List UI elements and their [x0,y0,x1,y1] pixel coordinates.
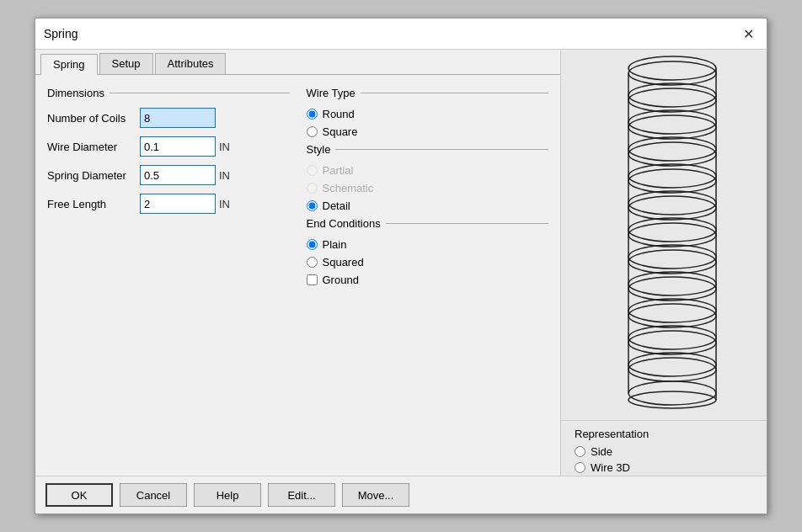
dimensions-header: Dimensions [47,87,290,99]
tab-attributes[interactable]: Attributes [155,53,227,74]
representation-section: Representation Side Wire 3D Solid [561,420,767,476]
title-bar: Spring ✕ [35,19,767,50]
help-button[interactable]: Help [194,483,261,507]
style-schematic-label: Schematic [323,182,374,194]
wire-type-label: Wire Type [307,87,356,99]
style-partial-radio[interactable] [307,165,318,176]
svg-point-2 [628,88,716,112]
wire-type-square-label: Square [323,125,358,138]
ground-checkbox[interactable] [307,274,318,285]
wire-type-round-radio[interactable] [307,109,318,120]
wire-diameter-unit: IN [219,141,230,153]
svg-point-17 [628,272,716,295]
svg-point-10 [628,196,716,220]
svg-point-21 [628,326,716,349]
svg-point-12 [628,223,716,247]
svg-point-14 [628,250,716,274]
spring-diameter-unit: IN [219,169,230,182]
rep-wire3d-row: Wire 3D [575,461,753,474]
left-panel: Spring Setup Attributes Dimensions Numbe… [35,50,560,476]
end-conditions-group: Plain Squared Ground [307,238,549,286]
svg-point-24 [628,381,716,405]
end-conditions-line [386,223,548,224]
svg-point-4 [628,115,716,139]
bottom-bar: OK Cancel Help Edit... Move... [35,476,767,513]
svg-point-25 [628,391,716,408]
svg-point-9 [628,164,716,188]
dimensions-section: Dimensions Number of Coils Wire Diameter… [47,83,290,467]
svg-point-18 [628,304,716,327]
close-button[interactable]: ✕ [738,24,758,44]
wire-type-square-radio[interactable] [307,126,318,137]
tab-setup[interactable]: Setup [99,53,153,74]
edit-button[interactable]: Edit... [268,483,335,507]
wire-diameter-label: Wire Diameter [47,141,140,153]
form-area: Dimensions Number of Coils Wire Diameter… [35,75,560,476]
wire-type-line [361,93,548,93]
end-conditions-label: End Conditions [307,217,381,230]
free-length-row: Free Length IN [47,194,290,214]
style-group: Partial Schematic Detail [307,164,549,212]
style-partial-row: Partial [307,164,549,177]
svg-point-3 [628,83,716,107]
style-schematic-radio[interactable] [307,183,318,194]
rep-side-row: Side [575,445,753,458]
style-partial-label: Partial [323,164,354,177]
svg-point-20 [628,331,716,354]
svg-point-0 [628,61,716,85]
representation-title: Representation [575,428,753,440]
svg-point-11 [628,191,716,215]
dialog-content: Spring Setup Attributes Dimensions Numbe… [35,50,767,476]
wire-type-round-row: Round [307,108,549,120]
wire-type-header: Wire Type [307,87,549,99]
rep-wire3d-label: Wire 3D [591,461,630,474]
tab-spring[interactable]: Spring [40,54,98,75]
coils-label: Number of Coils [47,112,140,125]
end-squared-radio[interactable] [307,257,318,268]
coils-input[interactable] [140,108,216,128]
svg-point-6 [628,142,716,166]
svg-point-8 [628,169,716,193]
rep-side-radio[interactable] [575,446,585,457]
wire-diameter-row: Wire Diameter IN [47,136,290,157]
style-label: Style [307,143,331,156]
ok-button[interactable]: OK [45,483,113,507]
svg-point-13 [628,218,716,242]
wire-diameter-input[interactable] [140,136,216,157]
spring-canvas [561,50,767,420]
svg-point-19 [628,299,716,322]
style-schematic-row: Schematic [307,182,549,194]
svg-point-7 [628,137,716,161]
free-length-input[interactable] [140,194,216,214]
end-conditions-header: End Conditions [307,217,549,230]
svg-point-22 [628,358,716,381]
end-plain-row: Plain [307,238,549,251]
style-detail-radio[interactable] [307,200,318,211]
spring-diameter-row: Spring Diameter IN [47,165,290,185]
spring-diameter-input[interactable] [140,165,216,185]
svg-point-1 [628,56,716,80]
style-detail-row: Detail [307,200,549,212]
spring-diameter-label: Spring Diameter [47,169,140,182]
wire-type-square-row: Square [307,125,549,138]
svg-point-16 [628,277,716,301]
tab-bar: Spring Setup Attributes [35,50,560,75]
svg-point-23 [628,353,716,376]
wire-type-round-label: Round [323,108,355,120]
style-header: Style [307,143,549,156]
wire-type-group: Round Square [307,108,549,138]
svg-point-15 [628,245,716,269]
dimensions-label: Dimensions [47,87,104,99]
dimensions-line [110,93,290,93]
spring-svg [596,50,731,420]
end-plain-radio[interactable] [307,239,318,250]
free-length-unit: IN [219,198,230,210]
cancel-button[interactable]: Cancel [120,483,187,507]
right-preview: Representation Side Wire 3D Solid [560,50,767,476]
style-line [335,149,548,150]
right-form: Wire Type Round Square [307,83,549,467]
free-length-label: Free Length [47,198,140,210]
move-button[interactable]: Move... [342,483,409,507]
rep-wire3d-radio[interactable] [575,462,585,473]
spring-dialog: Spring ✕ Spring Setup Attributes Dimensi… [35,18,767,514]
